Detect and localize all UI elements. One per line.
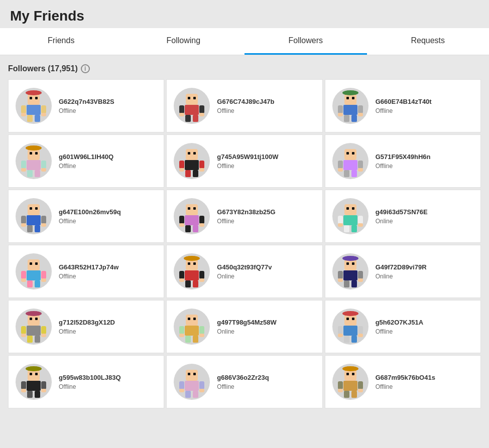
user-card[interactable]: g686V36o2Zr23q Offline: [166, 355, 322, 408]
svg-rect-79: [185, 215, 199, 225]
tab-friends[interactable]: Friends: [0, 28, 123, 55]
svg-rect-57: [346, 152, 349, 155]
svg-rect-52: [179, 168, 184, 172]
svg-rect-46: [186, 149, 198, 160]
svg-rect-84: [185, 225, 191, 232]
svg-rect-83: [199, 223, 204, 227]
user-card[interactable]: g647E100n26mv59q Offline: [8, 190, 164, 243]
svg-rect-96: [28, 259, 40, 270]
tab-following[interactable]: Following: [123, 28, 245, 55]
svg-rect-155: [343, 326, 357, 336]
svg-rect-9: [35, 115, 40, 122]
user-card[interactable]: G643R52H17Jp74w Offline: [8, 245, 164, 298]
svg-rect-35: [30, 152, 32, 155]
svg-rect-107: [188, 262, 190, 265]
info-icon[interactable]: i: [81, 64, 90, 73]
svg-rect-163: [344, 312, 356, 316]
svg-rect-184: [185, 391, 191, 398]
svg-rect-152: [344, 315, 356, 326]
svg-rect-24: [352, 97, 354, 99]
user-card[interactable]: g49i63d57SN76E Online: [325, 190, 481, 243]
avatar: [16, 309, 52, 345]
svg-rect-48: [193, 152, 196, 155]
user-card[interactable]: g595w83b100LJ83Q Offline: [8, 355, 164, 408]
tab-requests[interactable]: Requests: [367, 28, 490, 55]
svg-rect-150: [185, 336, 191, 343]
svg-rect-183: [199, 389, 204, 392]
svg-rect-160: [344, 336, 349, 343]
svg-rect-101: [41, 271, 46, 279]
user-info: g712l52D83gX12D Offline: [59, 319, 115, 335]
svg-rect-139: [35, 336, 40, 343]
svg-rect-47: [188, 152, 190, 155]
svg-rect-85: [193, 225, 198, 232]
svg-rect-173: [35, 391, 40, 398]
svg-rect-161: [351, 336, 357, 343]
user-info: g595w83b100LJ83Q Offline: [59, 374, 121, 390]
svg-rect-14: [193, 97, 196, 99]
user-card[interactable]: G450q32t93fQ77v Online: [166, 245, 322, 298]
svg-rect-1: [30, 97, 32, 99]
svg-rect-180: [179, 381, 184, 389]
username: G571F95X49hH6n: [376, 153, 431, 161]
svg-rect-23: [346, 97, 349, 99]
svg-rect-186: [344, 370, 356, 381]
svg-rect-93: [358, 223, 363, 227]
svg-rect-100: [21, 271, 26, 279]
user-card[interactable]: G622q7n43VB82S Offline: [8, 79, 164, 132]
status-badge: Offline: [376, 383, 435, 390]
svg-rect-88: [352, 207, 354, 210]
svg-rect-11: [28, 91, 40, 95]
svg-rect-51: [199, 161, 204, 169]
avatar: [332, 88, 369, 124]
svg-rect-195: [351, 391, 357, 398]
svg-rect-156: [338, 326, 343, 334]
svg-rect-42: [27, 170, 33, 177]
user-info: G49f72D89vi79R Online: [376, 263, 427, 280]
svg-rect-133: [27, 326, 41, 336]
svg-rect-130: [28, 315, 40, 326]
svg-rect-110: [179, 271, 184, 279]
svg-rect-77: [188, 207, 190, 210]
username: G660E74B14zT40t: [376, 98, 432, 105]
tab-followers[interactable]: Followers: [244, 28, 367, 55]
user-card[interactable]: G687m95k76bO41s Offline: [325, 355, 481, 408]
svg-rect-19: [199, 113, 204, 116]
status-badge: Offline: [376, 107, 432, 114]
svg-rect-17: [199, 105, 204, 113]
user-card[interactable]: g5h62O7KJ51A Offline: [325, 300, 481, 353]
followers-count-label: Followers (17,951): [8, 64, 78, 73]
user-card[interactable]: G676C74J89cJ47b Offline: [166, 79, 322, 132]
page-title: My Friends: [10, 8, 479, 24]
user-info: G622q7n43VB82S Offline: [59, 98, 114, 114]
username: g686V36o2Zr23q: [217, 374, 269, 381]
svg-rect-115: [193, 280, 198, 287]
avatar: [174, 143, 210, 179]
svg-rect-39: [41, 161, 46, 169]
svg-rect-119: [346, 262, 349, 265]
avatar: [332, 364, 369, 400]
user-info: G643R52H17Jp74w Offline: [59, 263, 118, 280]
svg-rect-3: [27, 105, 41, 115]
svg-rect-153: [346, 318, 349, 320]
svg-rect-159: [358, 334, 363, 337]
svg-rect-70: [21, 216, 26, 224]
svg-rect-43: [35, 170, 40, 177]
user-card[interactable]: g745A95W91tj100W Offline: [166, 134, 322, 188]
user-info: G571F95X49hH6n Offline: [376, 153, 431, 170]
svg-rect-12: [186, 94, 198, 105]
user-card[interactable]: G571F95X49hH6n Offline: [325, 134, 481, 188]
svg-rect-125: [358, 278, 363, 282]
user-card[interactable]: g601W96L1IH40Q Offline: [8, 134, 164, 188]
user-card[interactable]: G673Y82n38zb25G Offline: [166, 190, 322, 243]
status-badge: Offline: [217, 218, 275, 225]
user-card[interactable]: g712l52D83gX12D Offline: [8, 300, 164, 353]
user-card[interactable]: G660E74B14zT40t Offline: [325, 79, 481, 132]
svg-rect-28: [338, 113, 343, 116]
user-card[interactable]: g497T98g54Mz58W Online: [166, 300, 322, 353]
svg-rect-165: [30, 373, 32, 375]
user-info: G450q32t93fQ77v Online: [217, 263, 272, 280]
svg-rect-94: [344, 225, 349, 232]
user-card[interactable]: G49f72D89vi79R Online: [325, 245, 481, 298]
svg-rect-61: [358, 161, 363, 169]
